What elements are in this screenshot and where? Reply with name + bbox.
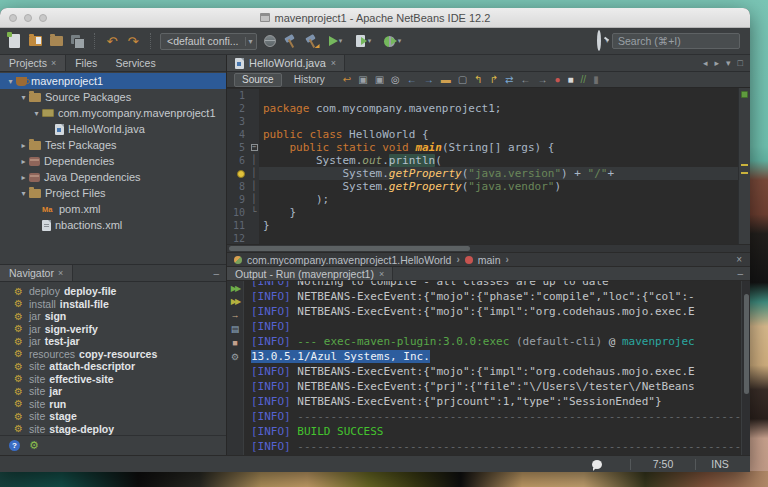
code-line[interactable]: 11}	[227, 219, 738, 232]
code-editor[interactable]: 12package com.mycompany.mavenproject1;34…	[227, 88, 750, 244]
tree-item[interactable]: ▸Java Dependencies	[0, 169, 226, 185]
tree-item[interactable]: ▾Source Packages	[0, 89, 226, 105]
close-icon[interactable]: ×	[736, 254, 750, 265]
output-line[interactable]: [INFO] Nothing to compile - all classes …	[251, 281, 741, 289]
minimize-panel-icon[interactable]: –	[206, 265, 226, 281]
output-line[interactable]: [INFO] ---------------------------------…	[251, 409, 741, 424]
toggle-bookmark-icon[interactable]: ⇄	[505, 75, 513, 85]
code-line[interactable]: 4public class HelloWorld {	[227, 128, 738, 141]
output-line[interactable]: [INFO] NETBEANS-ExecEvent:{"mojo":{"phas…	[251, 289, 741, 304]
rerun-icon[interactable]: ▶▶	[231, 285, 239, 293]
line-number[interactable]: 5	[227, 141, 249, 154]
scroll-tabs-right-icon[interactable]: ▸	[715, 58, 720, 68]
build-project-button[interactable]	[283, 33, 299, 49]
breadcrumb-class[interactable]: com.mycompany.mavenproject1.HelloWorld	[247, 254, 451, 266]
run-last-icon[interactable]: →	[231, 311, 240, 320]
open-project-button[interactable]	[48, 33, 64, 49]
maximize-editor-icon[interactable]: □	[738, 58, 743, 68]
line-number[interactable]: 4	[227, 128, 249, 141]
code-line[interactable]: │ System.getProperty("java.version") + "…	[227, 167, 738, 180]
tree-item[interactable]: nbactions.xml	[0, 217, 226, 233]
find-next-icon[interactable]: →	[424, 75, 434, 85]
code-line[interactable]: 12	[227, 232, 738, 244]
tab-output-run[interactable]: Output - Run (mavenproject1) ×	[227, 267, 393, 280]
tree-item[interactable]: ▾Project Files	[0, 185, 226, 201]
save-all-button[interactable]	[69, 33, 85, 49]
line-number[interactable]: 3	[227, 115, 249, 128]
tree-item[interactable]: ▾com.mycompany.mavenproject1	[0, 105, 226, 121]
stop-icon[interactable]: ■	[232, 339, 237, 348]
code-line[interactable]: 6│ System.out.println(	[227, 154, 738, 167]
run-project-button[interactable]: ▾	[325, 33, 347, 49]
tab-services[interactable]: Services	[106, 55, 164, 71]
uncomment-icon[interactable]: ▮	[593, 75, 599, 85]
output-line[interactable]: [INFO] NETBEANS-ExecEvent:{"mojo":{"impl…	[251, 304, 741, 319]
code-line[interactable]: 2package com.mycompany.mavenproject1;	[227, 102, 738, 115]
comment-icon[interactable]: //	[581, 75, 587, 85]
output-line[interactable]: 13.0.5.1/Azul Systems, Inc.	[251, 349, 741, 364]
search-icon[interactable]	[597, 32, 601, 50]
record-macro-icon[interactable]: ■	[568, 75, 574, 85]
output-line[interactable]: [INFO]	[251, 319, 741, 334]
navigator-item[interactable]: ⚙resourcescopy-resources	[0, 348, 226, 361]
search-input[interactable]	[612, 33, 740, 49]
navigator-item[interactable]: ⚙siterun	[0, 398, 226, 411]
tree-item[interactable]: ▸Dependencies	[0, 153, 226, 169]
breadcrumb-method[interactable]: main	[478, 254, 501, 266]
next-bookmark-icon[interactable]: ↱	[490, 75, 498, 85]
close-icon[interactable]: ×	[331, 58, 336, 68]
config-select[interactable]: <default confi... ▾	[160, 33, 257, 50]
output-scrollbar-thumb[interactable]	[744, 294, 749, 394]
line-number[interactable]: 12	[227, 232, 249, 244]
close-icon[interactable]: ×	[51, 58, 56, 68]
tree-expander-icon[interactable]: ▾	[31, 109, 42, 118]
tree-expander-icon[interactable]: ▾	[5, 77, 16, 86]
tab-files[interactable]: Files	[66, 55, 106, 71]
output-log[interactable]: [INFO] Nothing to compile - all classes …	[244, 281, 741, 455]
undo-button[interactable]: ↶	[104, 33, 120, 49]
hscrollbar-thumb[interactable]	[229, 246, 470, 251]
diff-icon[interactable]: ▣	[358, 75, 367, 85]
navigator-item[interactable]: ⚙installinstall-file	[0, 298, 226, 311]
tree-expander-icon[interactable]: ▸	[18, 141, 29, 150]
line-number[interactable]: 10	[227, 206, 249, 219]
code-line[interactable]: 10└ }	[227, 206, 738, 219]
fold-column[interactable]: −	[249, 141, 259, 154]
last-edit-icon[interactable]: ↩	[343, 75, 351, 85]
navigator-item[interactable]: ⚙jarsign-verify	[0, 323, 226, 336]
output-line[interactable]: [INFO] NETBEANS-ExecEvent:{"mojo":{"impl…	[251, 364, 741, 379]
editor-hscrollbar[interactable]	[227, 244, 750, 252]
profile-project-button[interactable]: ▾	[381, 33, 405, 49]
tab-navigator[interactable]: Navigator ×	[0, 265, 73, 281]
tree-expander-icon[interactable]: ▾	[18, 93, 29, 102]
output-scrollbar[interactable]	[741, 281, 750, 455]
tab-helloworld-java[interactable]: HelloWorld.java ×	[227, 55, 345, 71]
highlight-search-icon[interactable]: ▬	[441, 75, 451, 85]
navigator-item[interactable]: ⚙siteeffective-site	[0, 373, 226, 386]
rect-selection-icon[interactable]: ▢	[458, 75, 467, 85]
history-button[interactable]: History	[290, 74, 329, 85]
output-line[interactable]: [INFO] --- exec-maven-plugin:3.0.0:exec …	[251, 334, 741, 349]
output-line[interactable]: [INFO] ---------------------------------…	[251, 439, 741, 454]
ant-settings-icon[interactable]: ▤	[231, 325, 240, 334]
find-selection-icon[interactable]: ◎	[391, 75, 400, 85]
navigator-item[interactable]: ⚙jartest-jar	[0, 335, 226, 348]
rerun-with-params-icon[interactable]: ▶▶	[231, 298, 239, 306]
scroll-tabs-left-icon[interactable]: ◂	[703, 58, 708, 68]
tree-expander-icon[interactable]: ▸	[18, 173, 29, 182]
error-stripe[interactable]	[738, 88, 750, 244]
navigator-item[interactable]: ⚙sitejar	[0, 385, 226, 398]
output-line[interactable]: [INFO] BUILD SUCCESS	[251, 424, 741, 439]
browser-icon[interactable]	[262, 33, 278, 49]
tab-list-icon[interactable]: ▾	[726, 58, 731, 68]
code-line[interactable]: 5− public static void main(String[] args…	[227, 141, 738, 154]
code-line[interactable]: 9│ );	[227, 193, 738, 206]
find-previous-icon[interactable]: ←	[407, 75, 417, 85]
output-line[interactable]: [INFO] NETBEANS-ExecEvent:{"prjcount":1,…	[251, 394, 741, 409]
line-number[interactable]: 8	[227, 180, 249, 193]
versioning-icon[interactable]: ▣	[375, 75, 384, 85]
new-project-button[interactable]	[27, 33, 43, 49]
gear-icon[interactable]: ⚙	[29, 440, 39, 451]
line-number[interactable]: 2	[227, 102, 249, 115]
minimize-window-button[interactable]	[24, 14, 32, 22]
